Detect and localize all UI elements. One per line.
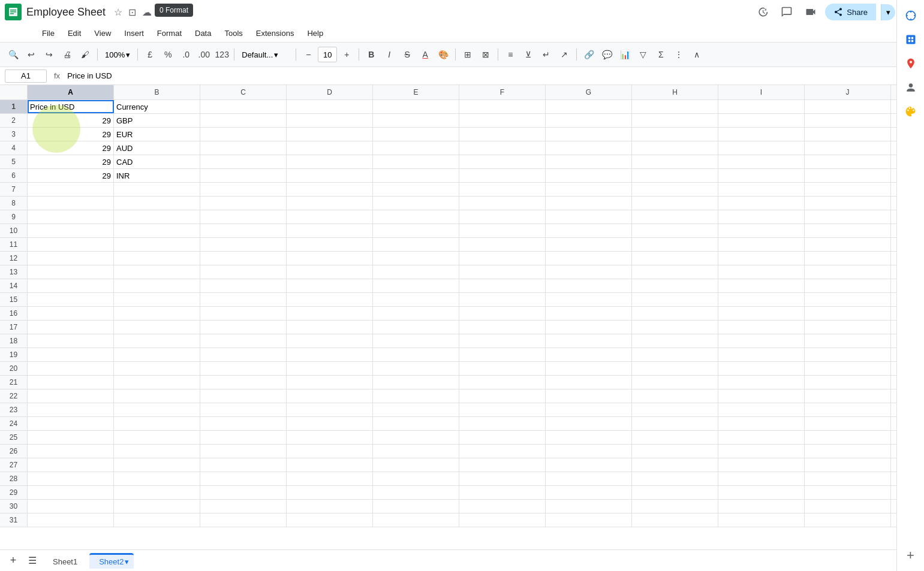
add-side-panel-button[interactable]: + <box>900 545 922 566</box>
cell-c9[interactable] <box>200 210 287 223</box>
cell-i26[interactable] <box>718 445 805 458</box>
sheet-tab-sheet2[interactable]: Sheet2 ▾ <box>89 553 134 569</box>
row-num-7[interactable]: 7 <box>0 183 28 196</box>
cell-h25[interactable] <box>632 431 718 444</box>
cell-c24[interactable] <box>200 417 287 430</box>
menu-tools[interactable]: Tools <box>218 26 248 40</box>
share-button[interactable]: Share <box>825 4 876 20</box>
cell-j4[interactable] <box>805 141 891 155</box>
cell-e17[interactable] <box>373 321 459 334</box>
paint-format-button[interactable]: 🖌 <box>77 46 94 63</box>
cell-a30[interactable] <box>28 500 114 513</box>
cell-g6[interactable] <box>546 169 632 182</box>
row-num-17[interactable]: 17 <box>0 321 28 334</box>
cell-h2[interactable] <box>632 114 718 127</box>
text-wrap-button[interactable]: ↵ <box>538 46 555 63</box>
cell-i12[interactable] <box>718 252 805 265</box>
cell-d22[interactable] <box>287 389 373 403</box>
cell-g30[interactable] <box>546 500 632 513</box>
person-button[interactable] <box>900 77 922 98</box>
cell-e10[interactable] <box>373 224 459 237</box>
strikethrough-button[interactable]: S <box>399 46 416 63</box>
row-num-28[interactable]: 28 <box>0 472 28 485</box>
cell-j19[interactable] <box>805 348 891 361</box>
redo-button[interactable]: ↪ <box>41 46 58 63</box>
col-header-j[interactable]: J <box>805 85 891 99</box>
menu-data[interactable]: Data <box>189 26 217 40</box>
cell-f2[interactable] <box>459 114 546 127</box>
cell-c29[interactable] <box>200 486 287 499</box>
cell-c26[interactable] <box>200 445 287 458</box>
row-num-25[interactable]: 25 <box>0 431 28 444</box>
col-header-d[interactable]: D <box>287 85 373 99</box>
cell-e2[interactable] <box>373 114 459 127</box>
text-rotate-button[interactable]: ↗ <box>556 46 573 63</box>
bold-button[interactable]: B <box>363 46 380 63</box>
col-header-f[interactable]: F <box>459 85 546 99</box>
cell-h16[interactable] <box>632 307 718 320</box>
cell-i18[interactable] <box>718 334 805 348</box>
cell-d21[interactable] <box>287 376 373 389</box>
cell-a9[interactable] <box>28 210 114 223</box>
add-sheet-button[interactable]: + <box>5 552 22 569</box>
cell-b13[interactable] <box>114 265 200 279</box>
row-num-5[interactable]: 5 <box>0 155 28 168</box>
sheets-icon-button[interactable] <box>900 29 922 50</box>
cell-c31[interactable] <box>200 513 287 527</box>
cell-b10[interactable] <box>114 224 200 237</box>
cell-j5[interactable] <box>805 155 891 168</box>
search-button[interactable]: 🔍 <box>5 46 22 63</box>
cell-b24[interactable] <box>114 417 200 430</box>
vertical-align-button[interactable]: ⊻ <box>520 46 537 63</box>
cell-b14[interactable] <box>114 279 200 292</box>
col-header-g[interactable]: G <box>546 85 632 99</box>
decrease-decimal-button[interactable]: .0 <box>177 46 194 63</box>
cell-f5[interactable] <box>459 155 546 168</box>
cell-e22[interactable] <box>373 389 459 403</box>
currency-button[interactable]: £ <box>142 46 158 63</box>
format-number-button[interactable]: 123 <box>213 46 230 63</box>
cell-d30[interactable] <box>287 500 373 513</box>
star-icon[interactable]: ☆ <box>114 7 122 18</box>
cell-c14[interactable] <box>200 279 287 292</box>
cell-j26[interactable] <box>805 445 891 458</box>
cell-f22[interactable] <box>459 389 546 403</box>
cell-f8[interactable] <box>459 197 546 210</box>
cell-a7[interactable] <box>28 183 114 196</box>
cell-h30[interactable] <box>632 500 718 513</box>
cell-f27[interactable] <box>459 458 546 472</box>
sheet2-dropdown-icon[interactable]: ▾ <box>125 557 129 566</box>
cell-h19[interactable] <box>632 348 718 361</box>
cell-f23[interactable] <box>459 403 546 416</box>
cell-b5[interactable]: CAD <box>114 155 200 168</box>
cell-a25[interactable] <box>28 431 114 444</box>
cell-b12[interactable] <box>114 252 200 265</box>
cell-h31[interactable] <box>632 513 718 527</box>
maps-button[interactable] <box>900 53 922 74</box>
cell-f28[interactable] <box>459 472 546 485</box>
cell-h10[interactable] <box>632 224 718 237</box>
sheet-tab-sheet1[interactable]: Sheet1 <box>43 553 87 569</box>
cell-b25[interactable] <box>114 431 200 444</box>
cell-b8[interactable] <box>114 197 200 210</box>
row-num-13[interactable]: 13 <box>0 265 28 279</box>
row-num-2[interactable]: 2 <box>0 114 28 127</box>
cell-j23[interactable] <box>805 403 891 416</box>
cell-f14[interactable] <box>459 279 546 292</box>
row-num-31[interactable]: 31 <box>0 513 28 527</box>
row-num-19[interactable]: 19 <box>0 348 28 361</box>
cell-b15[interactable] <box>114 293 200 306</box>
cell-d11[interactable] <box>287 238 373 251</box>
cell-f17[interactable] <box>459 321 546 334</box>
cell-j15[interactable] <box>805 293 891 306</box>
cell-j27[interactable] <box>805 458 891 472</box>
cell-h23[interactable] <box>632 403 718 416</box>
cell-h7[interactable] <box>632 183 718 196</box>
cell-f30[interactable] <box>459 500 546 513</box>
cell-g13[interactable] <box>546 265 632 279</box>
folder-icon[interactable]: ⊡ <box>128 7 136 18</box>
cell-b28[interactable] <box>114 472 200 485</box>
cell-g2[interactable] <box>546 114 632 127</box>
cell-f12[interactable] <box>459 252 546 265</box>
cell-f9[interactable] <box>459 210 546 223</box>
